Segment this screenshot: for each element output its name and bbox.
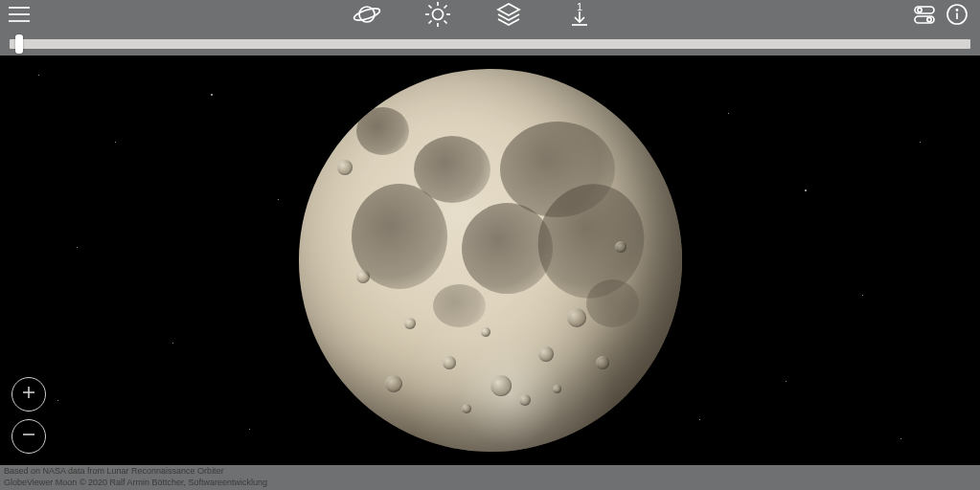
sun-button[interactable] xyxy=(423,2,452,31)
time-slider-thumb[interactable] xyxy=(15,34,23,54)
toggles-icon xyxy=(913,3,936,30)
info-button[interactable] xyxy=(945,2,969,31)
svg-point-19 xyxy=(918,8,922,11)
svg-line-12 xyxy=(444,6,446,9)
plus-icon xyxy=(20,384,37,405)
zoom-out-button[interactable] xyxy=(11,419,46,454)
globe-viewport[interactable] xyxy=(0,56,980,465)
download-icon: 1 xyxy=(566,1,593,32)
app-root: 1 xyxy=(0,0,980,490)
sun-icon xyxy=(424,1,451,32)
svg-marker-14 xyxy=(498,4,519,15)
time-slider[interactable] xyxy=(10,39,970,49)
layers-icon xyxy=(495,2,522,31)
svg-point-23 xyxy=(956,10,957,11)
download-button[interactable]: 1 xyxy=(565,2,594,31)
planet-icon xyxy=(353,1,381,32)
planet-button[interactable] xyxy=(353,2,381,31)
settings-button[interactable] xyxy=(912,2,937,31)
svg-line-10 xyxy=(428,6,431,9)
zoom-in-button[interactable] xyxy=(11,377,46,412)
hamburger-icon xyxy=(7,4,32,29)
layers-button[interactable] xyxy=(494,2,523,31)
minus-icon xyxy=(20,426,37,447)
time-slider-bar xyxy=(0,33,980,56)
svg-point-5 xyxy=(432,10,443,20)
svg-point-21 xyxy=(927,17,931,21)
svg-text:1: 1 xyxy=(576,1,581,12)
svg-line-11 xyxy=(444,21,446,24)
footer-credits: Based on NASA data from Lunar Reconnaiss… xyxy=(0,465,980,490)
top-toolbar: 1 xyxy=(0,0,980,33)
credit-line-1: Based on NASA data from Lunar Reconnaiss… xyxy=(4,466,976,478)
moon-globe[interactable] xyxy=(299,69,682,452)
svg-line-13 xyxy=(428,21,431,24)
credit-line-2: GlobeViewer Moon © 2020 Ralf Armin Böttc… xyxy=(4,478,976,489)
info-icon xyxy=(946,3,969,30)
svg-point-4 xyxy=(353,6,380,22)
zoom-controls xyxy=(11,377,46,454)
menu-button[interactable] xyxy=(5,2,34,31)
